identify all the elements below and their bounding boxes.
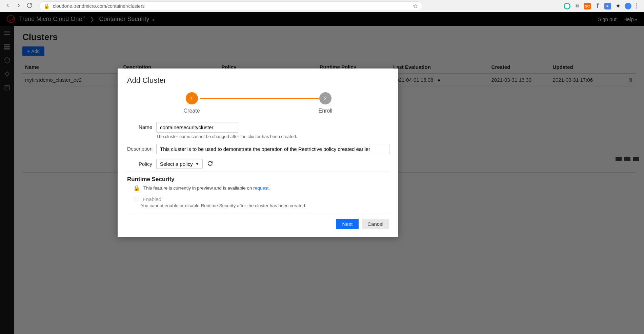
reload-button[interactable] — [26, 2, 33, 10]
step-2-label: Enroll — [319, 108, 333, 114]
name-hint: The cluster name cannot be changed after… — [156, 134, 389, 139]
next-button[interactable]: Next — [336, 219, 359, 229]
description-label: Description — [127, 144, 156, 152]
back-button[interactable] — [5, 2, 11, 10]
policy-label: Policy — [127, 159, 156, 167]
extension-icon-4[interactable]: f — [594, 3, 601, 9]
lock-icon: 🔒 — [44, 3, 49, 9]
browser-menu[interactable] — [635, 2, 639, 10]
url-text: cloudone.trendmicro.com/container/cluste… — [53, 3, 145, 9]
profile-avatar[interactable] — [625, 3, 631, 9]
name-input[interactable] — [156, 122, 238, 133]
step-create[interactable]: 1 Create — [184, 92, 200, 114]
modal-footer: Next Cancel — [127, 214, 389, 229]
step-2-circle: 2 — [319, 92, 331, 104]
runtime-disabled-hint: You cannot enable or disable Runtime Sec… — [141, 203, 389, 208]
cancel-button[interactable]: Cancel — [362, 219, 389, 229]
runtime-enabled-checkbox: Enabled — [133, 196, 389, 202]
bookmark-star-icon[interactable]: ☆ — [412, 2, 418, 10]
stepper: 1 Create 2 Enroll — [127, 92, 389, 114]
modal-title: Add Cluster — [127, 76, 389, 85]
forward-button[interactable] — [16, 2, 22, 10]
refresh-policies-icon[interactable] — [207, 161, 213, 168]
step-enroll[interactable]: 2 Enroll — [319, 92, 333, 114]
extensions-puzzle-icon[interactable]: ✦ — [615, 3, 621, 9]
url-bar[interactable]: 🔒 cloudone.trendmicro.com/container/clus… — [39, 1, 422, 11]
section-divider — [127, 172, 389, 172]
extension-icon-3[interactable]: SC — [584, 3, 591, 9]
lock-icon: 🔒 — [133, 185, 140, 191]
extension-icon-2[interactable]: ⦀⦀ — [574, 3, 581, 9]
add-cluster-modal: Add Cluster 1 Create 2 Enroll Name The c… — [118, 68, 398, 237]
extension-icon-5[interactable]: ▸ — [604, 3, 611, 9]
step-1-circle: 1 — [186, 92, 198, 104]
runtime-enabled-input — [135, 197, 139, 201]
step-connector — [200, 98, 319, 99]
description-input[interactable] — [156, 144, 389, 154]
browser-toolbar: 🔒 cloudone.trendmicro.com/container/clus… — [0, 0, 644, 12]
runtime-preview-note: 🔒 This feature is currently in preview a… — [133, 185, 389, 191]
request-link[interactable]: request — [253, 185, 268, 191]
caret-down-icon: ▼ — [196, 162, 199, 166]
runtime-security-heading: Runtime Security — [127, 176, 389, 183]
browser-extensions: ⦀⦀ SC f ▸ ✦ — [564, 2, 639, 10]
step-1-label: Create — [184, 108, 200, 114]
policy-select[interactable]: Select a policy ▼ — [156, 159, 203, 169]
name-label: Name — [127, 122, 156, 130]
extension-icon-1[interactable] — [564, 3, 570, 9]
